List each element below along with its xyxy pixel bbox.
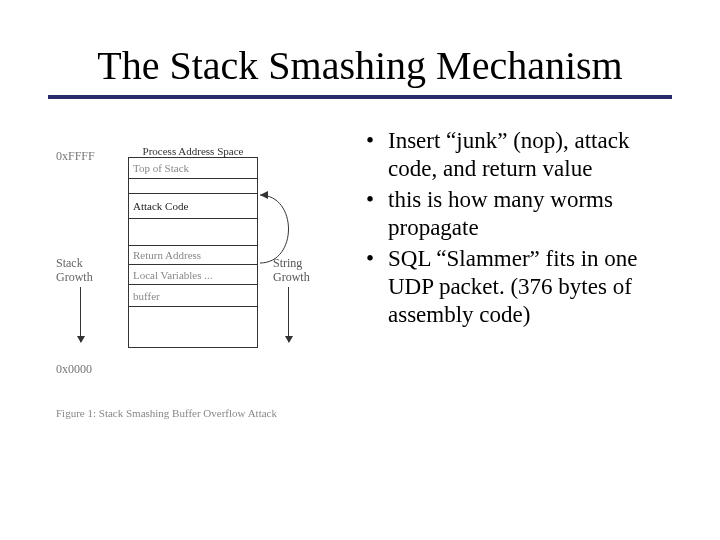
- bullet-item: SQL “Slammer” fits in one UDP packet. (3…: [366, 245, 672, 328]
- stack-growth-label: Stack Growth: [56, 257, 93, 285]
- row-local-variables: Local Variables ...: [128, 265, 258, 285]
- row-gap-bottom: [128, 307, 258, 348]
- row-buffer: buffer: [128, 285, 258, 307]
- addr-bottom-label: 0x0000: [56, 362, 92, 377]
- stack-column: Process Address Space Top of Stack Attac…: [128, 145, 258, 348]
- title-underline: [48, 95, 672, 99]
- content-row: 0xFFFF 0x0000 Stack Growth String Growth…: [48, 127, 672, 457]
- slide-title: The Stack Smashing Mechanism: [48, 42, 672, 89]
- row-return-address: Return Address: [128, 245, 258, 265]
- row-gap-1: [128, 179, 258, 193]
- process-address-space-header: Process Address Space: [128, 145, 258, 157]
- row-top-of-stack: Top of Stack: [128, 157, 258, 179]
- bullet-item: Insert “junk” (nop), attack code, and re…: [366, 127, 672, 182]
- stack-growth-arrow: [80, 287, 81, 342]
- stack-diagram: 0xFFFF 0x0000 Stack Growth String Growth…: [48, 127, 348, 457]
- svg-marker-0: [260, 191, 268, 199]
- bullet-item: this is how many worms propagate: [366, 186, 672, 241]
- addr-top-label: 0xFFFF: [56, 149, 95, 164]
- figure-caption: Figure 1: Stack Smashing Buffer Overflow…: [56, 407, 277, 419]
- string-growth-arrow: [288, 287, 289, 342]
- row-attack-code: Attack Code: [128, 193, 258, 219]
- return-pointer-arrow: [258, 187, 318, 277]
- bullet-list: Insert “junk” (nop), attack code, and re…: [366, 127, 672, 457]
- row-gap-2: [128, 219, 258, 245]
